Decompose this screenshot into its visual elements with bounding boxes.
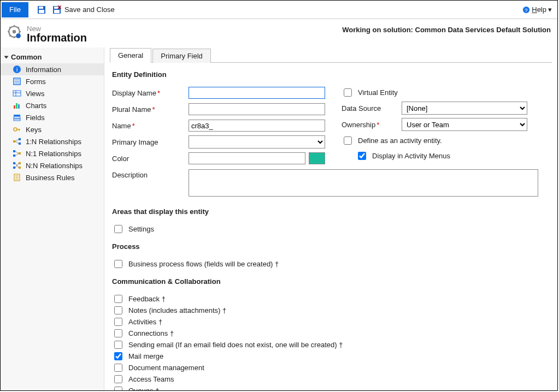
- svg-line-17: [18, 27, 19, 28]
- sidebar-item-label: Business Rules: [26, 174, 75, 182]
- label-ownership: Ownership*: [342, 121, 402, 129]
- save-and-close-label: Save and Close: [64, 5, 115, 14]
- tab-label: Primary Field: [161, 52, 203, 60]
- label-plural-name: Plural Name*: [112, 105, 189, 114]
- svg-rect-39: [19, 142, 21, 145]
- display-name-input[interactable]: [189, 87, 325, 99]
- sidebar-item-charts[interactable]: Charts: [1, 99, 104, 111]
- sidebar-item-nn-relationships[interactable]: N:N Relationships: [1, 159, 104, 171]
- tabstrip: General Primary Field: [110, 47, 552, 63]
- page-title: Information: [27, 32, 87, 44]
- sidebar-item-label: 1:N Relationships: [26, 138, 81, 146]
- svg-rect-1: [39, 7, 43, 9]
- tab-general[interactable]: General: [110, 48, 151, 63]
- section-process: Process: [112, 242, 545, 251]
- primary-image-select[interactable]: [189, 135, 325, 149]
- save-and-close-button[interactable]: Save and Close: [52, 5, 115, 14]
- label-virtual-entity: Virtual Entity: [358, 88, 398, 97]
- sidebar-item-information[interactable]: i Information: [1, 63, 104, 75]
- queues-checkbox[interactable]: [114, 387, 122, 390]
- name-input[interactable]: [189, 120, 325, 132]
- label-connections: Connections †: [128, 329, 174, 337]
- svg-rect-2: [39, 10, 44, 13]
- section-areas: Areas that display this entity: [112, 207, 545, 216]
- sidebar-item-1n-relationships[interactable]: 1:N Relationships: [1, 135, 104, 147]
- display-activity-menus-checkbox[interactable]: [358, 152, 366, 160]
- svg-rect-38: [19, 138, 21, 140]
- label-activities: Activities †: [128, 318, 162, 326]
- connections-checkbox[interactable]: [114, 329, 122, 337]
- svg-line-40: [15, 139, 19, 141]
- label-primary-image: Primary Image: [112, 138, 189, 146]
- toolbar: File Save and Close ? Help ▾: [1, 1, 557, 19]
- document-management-checkbox[interactable]: [114, 364, 122, 372]
- label-mail-merge: Mail merge: [128, 352, 163, 360]
- section-comm: Communication & Collaboration: [112, 277, 545, 286]
- label-doc-mgmt: Document management: [128, 364, 204, 372]
- label-queues: Queues †: [128, 387, 159, 390]
- virtual-entity-checkbox[interactable]: [344, 88, 352, 97]
- svg-line-41: [15, 141, 19, 144]
- svg-line-14: [9, 27, 10, 28]
- ownership-select[interactable]: User or Team: [402, 118, 527, 131]
- label-name: Name*: [112, 122, 189, 130]
- entity-icon: [7, 25, 21, 40]
- dropdown-caret-icon: ▾: [548, 5, 552, 14]
- label-define-activity: Define as an activity entity.: [358, 136, 442, 145]
- svg-rect-44: [13, 155, 15, 157]
- sending-email-checkbox[interactable]: [114, 341, 122, 349]
- color-input[interactable]: [189, 152, 305, 164]
- svg-rect-37: [13, 140, 15, 142]
- mail-merge-checkbox[interactable]: [114, 352, 122, 360]
- color-swatch[interactable]: [309, 152, 325, 164]
- sidebar-group-common[interactable]: Common: [1, 51, 104, 63]
- sidebar-item-forms[interactable]: Forms: [1, 75, 104, 87]
- label-color: Color: [112, 155, 189, 163]
- file-menu-button[interactable]: File: [2, 2, 28, 17]
- sidebar-item-label: N:N Relationships: [26, 162, 83, 170]
- label-notes: Notes (includes attachments) †: [128, 306, 226, 314]
- svg-text:?: ?: [525, 7, 528, 13]
- svg-rect-32: [14, 117, 20, 118]
- access-teams-checkbox[interactable]: [114, 375, 122, 383]
- notes-checkbox[interactable]: [114, 306, 122, 314]
- svg-line-46: [15, 153, 19, 156]
- help-label: Help: [532, 5, 546, 14]
- label-display-name: Display Name*: [112, 89, 189, 97]
- label-feedback: Feedback †: [128, 295, 166, 303]
- description-textarea[interactable]: [189, 169, 538, 197]
- plural-name-input[interactable]: [189, 103, 325, 115]
- bpf-checkbox[interactable]: [114, 260, 122, 268]
- sidebar-item-views[interactable]: Views: [1, 87, 104, 99]
- label-description: Description: [112, 169, 189, 179]
- svg-rect-42: [19, 152, 21, 155]
- save-button[interactable]: [37, 5, 46, 14]
- form-scrollpane[interactable]: Entity Definition Display Name* Plural N…: [104, 63, 557, 390]
- svg-line-16: [9, 35, 10, 37]
- svg-rect-49: [19, 162, 21, 164]
- svg-rect-31: [14, 115, 20, 116]
- tab-primary-field[interactable]: Primary Field: [152, 49, 211, 63]
- label-settings: Settings: [128, 225, 154, 233]
- sidebar-item-business-rules[interactable]: Business Rules: [1, 171, 104, 183]
- sidebar-item-fields[interactable]: Fields: [1, 111, 104, 123]
- sidebar-item-n1-relationships[interactable]: N:1 Relationships: [1, 147, 104, 159]
- help-link[interactable]: ? Help ▾: [522, 5, 552, 14]
- sidebar-item-label: Views: [26, 90, 44, 98]
- data-source-select[interactable]: [None]: [402, 102, 527, 115]
- sidebar-item-keys[interactable]: Keys: [1, 123, 104, 135]
- activities-checkbox[interactable]: [114, 318, 122, 326]
- svg-rect-30: [18, 104, 20, 109]
- svg-rect-48: [13, 167, 15, 169]
- settings-checkbox[interactable]: [114, 225, 122, 233]
- svg-rect-43: [13, 150, 15, 152]
- sidebar-group-label: Common: [11, 53, 42, 61]
- define-activity-checkbox[interactable]: [344, 136, 352, 145]
- svg-text:i: i: [16, 67, 17, 73]
- svg-point-18: [16, 33, 21, 38]
- feedback-checkbox[interactable]: [114, 295, 122, 303]
- sidebar-item-label: N:1 Relationships: [26, 150, 81, 158]
- sidebar-item-label: Charts: [26, 102, 46, 110]
- svg-line-45: [15, 151, 19, 153]
- file-menu-label: File: [9, 5, 21, 14]
